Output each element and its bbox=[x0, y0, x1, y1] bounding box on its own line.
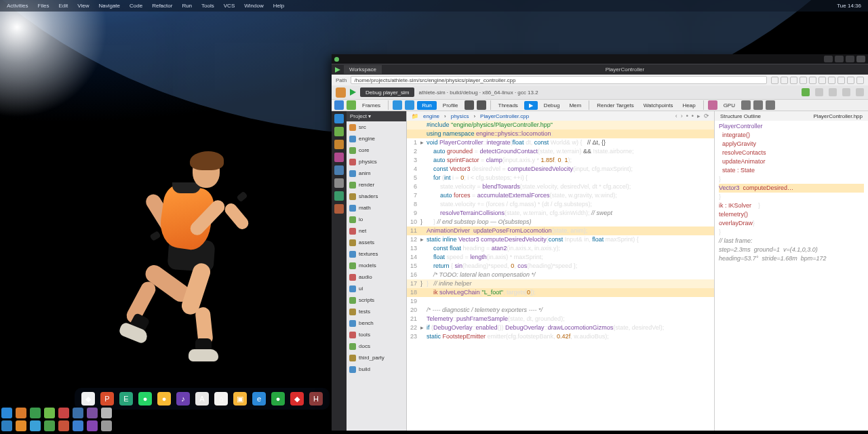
outline-item[interactable]: overlayDraw} bbox=[719, 219, 864, 228]
toolbar-icon[interactable] bbox=[741, 100, 751, 110]
path-toolbar-button[interactable] bbox=[781, 77, 788, 84]
menubar-item[interactable]: Activities bbox=[7, 3, 28, 9]
path-toolbar-button[interactable] bbox=[837, 77, 845, 84]
tree-node[interactable]: docs bbox=[347, 340, 406, 352]
toolbar-icon[interactable] bbox=[766, 100, 775, 110]
taskbar-icon[interactable] bbox=[58, 420, 69, 431]
tree-node[interactable]: ui bbox=[347, 283, 406, 294]
rail-icon[interactable] bbox=[334, 191, 344, 201]
tree-node[interactable]: net bbox=[347, 225, 406, 237]
path-toolbar-button[interactable] bbox=[790, 77, 797, 84]
taskbar-icon[interactable] bbox=[73, 420, 83, 431]
path-toolbar-button[interactable] bbox=[828, 77, 835, 84]
dock-app-icon[interactable]: H bbox=[309, 392, 323, 406]
window-max-button[interactable] bbox=[835, 56, 844, 62]
breadcrumb-nav-icon[interactable]: • bbox=[692, 113, 694, 119]
path-toolbar-button[interactable] bbox=[856, 77, 864, 84]
dock-app-icon[interactable]: P bbox=[100, 392, 114, 406]
tree-node[interactable]: assets bbox=[347, 237, 406, 248]
play-icon[interactable] bbox=[335, 67, 340, 73]
toolbar-label[interactable]: Threads bbox=[495, 102, 521, 108]
runrow-tool-icon[interactable] bbox=[856, 88, 864, 96]
outline-item[interactable]: integrate() bbox=[719, 131, 864, 140]
toolbar-button[interactable]: ▶ bbox=[524, 101, 538, 110]
outline-item[interactable]: PlayerController bbox=[719, 122, 864, 131]
toolbar-icon[interactable] bbox=[347, 100, 356, 110]
tree-node[interactable]: tests bbox=[347, 306, 406, 317]
tree-node[interactable]: anim bbox=[347, 167, 406, 179]
menubar-item[interactable]: View bbox=[77, 3, 89, 9]
menubar-item[interactable]: Refactor bbox=[152, 3, 172, 9]
outline-item[interactable]: state : State bbox=[719, 166, 864, 175]
toolbar-label[interactable]: Watchpoints bbox=[640, 102, 677, 108]
taskbar-icon[interactable] bbox=[1, 408, 12, 418]
breadcrumb-seg[interactable]: PlayerController.cpp bbox=[480, 113, 529, 119]
toolbar-icon[interactable] bbox=[393, 100, 402, 110]
taskbar-icon[interactable] bbox=[73, 408, 83, 418]
tree-node[interactable]: bench bbox=[347, 317, 406, 329]
taskbar-icon[interactable] bbox=[30, 408, 41, 418]
taskbar-icon[interactable] bbox=[16, 408, 26, 418]
outline-item[interactable]: telemetry() bbox=[719, 210, 864, 219]
breadcrumb-nav-icon[interactable]: ‹ bbox=[675, 113, 677, 119]
toolbar-label[interactable]: Mem bbox=[566, 102, 585, 108]
menubar-item[interactable]: Files bbox=[38, 3, 50, 9]
menubar-item[interactable]: Navigate bbox=[98, 3, 120, 9]
path-toolbar-button[interactable] bbox=[800, 77, 807, 84]
runrow-icon[interactable] bbox=[336, 87, 346, 98]
toolbar-button[interactable]: Run bbox=[417, 101, 437, 110]
breadcrumb-nav-icon[interactable]: ▸ bbox=[697, 113, 701, 119]
run-play-icon[interactable] bbox=[350, 89, 356, 96]
breadcrumb-nav-icon[interactable]: • bbox=[686, 113, 688, 119]
toolbar-label[interactable]: GPU bbox=[720, 102, 738, 108]
taskbar-icon[interactable] bbox=[1, 420, 12, 431]
outline-item[interactable]: // last frame: bbox=[719, 237, 864, 245]
outline-item[interactable]: updateAnimator bbox=[719, 157, 864, 166]
window-extra-button[interactable] bbox=[856, 56, 865, 62]
rail-icon[interactable] bbox=[334, 153, 344, 162]
toolbar-icon[interactable] bbox=[753, 100, 763, 110]
path-toolbar-button[interactable] bbox=[809, 77, 816, 84]
ide-titlebar[interactable] bbox=[332, 54, 868, 64]
menubar-item[interactable]: Code bbox=[130, 3, 142, 9]
tree-node[interactable]: io bbox=[347, 214, 406, 225]
taskbar-icon[interactable] bbox=[44, 408, 55, 418]
taskbar-icon[interactable] bbox=[101, 408, 112, 418]
rail-icon[interactable] bbox=[334, 127, 344, 136]
menubar-item[interactable]: Run bbox=[182, 3, 192, 9]
menubar-item[interactable]: Window bbox=[244, 3, 263, 9]
menubar-item[interactable]: VCS bbox=[224, 3, 235, 9]
tree-node[interactable]: audio bbox=[347, 271, 406, 283]
tree-node[interactable]: scripts bbox=[347, 294, 406, 306]
outline-item[interactable]: } bbox=[719, 175, 864, 184]
dock-app-icon[interactable]: ♪ bbox=[176, 392, 190, 406]
outline-item[interactable]: Vector3 computeDesired… bbox=[719, 184, 864, 193]
tree-node[interactable]: physics bbox=[347, 156, 406, 167]
taskbar-icon[interactable] bbox=[87, 420, 98, 431]
breadcrumb-seg[interactable]: engine bbox=[423, 113, 439, 119]
toolbar-label[interactable]: Heap bbox=[679, 102, 699, 108]
dock-app-icon[interactable]: ◆ bbox=[290, 392, 304, 406]
dock-app-icon[interactable]: e bbox=[252, 392, 266, 406]
tree-node[interactable]: src bbox=[347, 121, 406, 133]
toolbar-icon[interactable] bbox=[477, 100, 486, 110]
outline-item[interactable]: } bbox=[719, 228, 864, 237]
breadcrumb-right[interactable]: PlayerController.hpp bbox=[814, 113, 863, 119]
menubar-item[interactable]: Tue 14:36 bbox=[837, 3, 861, 9]
tree-node[interactable]: math bbox=[347, 202, 406, 214]
rail-icon[interactable] bbox=[334, 204, 344, 214]
tree-node[interactable]: models bbox=[347, 260, 406, 271]
menubar-item[interactable]: Tools bbox=[201, 3, 214, 9]
taskbar-icon[interactable] bbox=[16, 420, 26, 431]
taskbar-icon[interactable] bbox=[44, 420, 55, 431]
dock-app-icon[interactable]: ● bbox=[157, 392, 171, 406]
taskbar-icon[interactable] bbox=[101, 420, 112, 431]
tree-node[interactable]: third_party bbox=[347, 352, 406, 363]
tree-node[interactable]: build bbox=[347, 363, 406, 375]
window-close-button[interactable] bbox=[846, 56, 854, 62]
dock-app-icon[interactable]: ⌂ bbox=[214, 392, 228, 406]
tree-node[interactable]: tools bbox=[347, 329, 406, 340]
ide-tab-workspace[interactable]: Workspace bbox=[344, 65, 382, 74]
runrow-tool-icon[interactable] bbox=[802, 88, 810, 96]
ide-tab-center[interactable]: PlayerController bbox=[606, 66, 644, 73]
